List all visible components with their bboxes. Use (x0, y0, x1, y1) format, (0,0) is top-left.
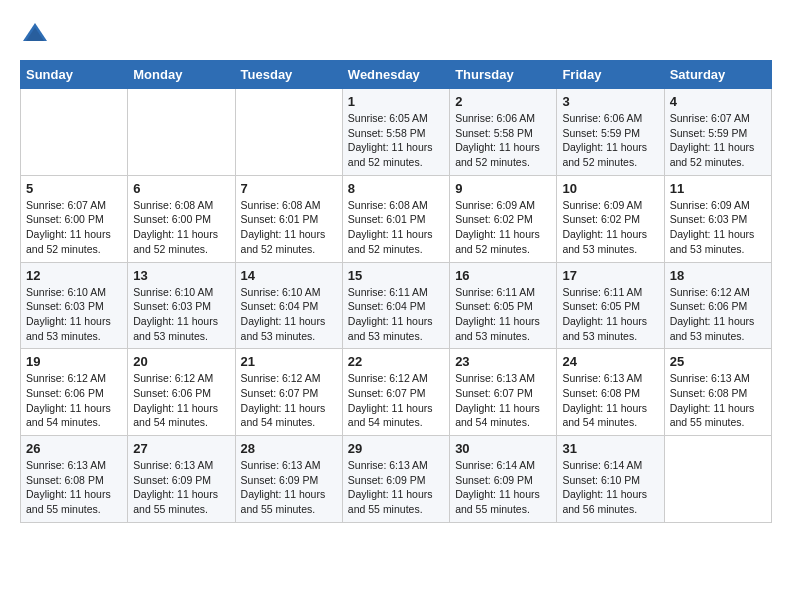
day-number: 19 (26, 354, 122, 369)
cell-info: Sunrise: 6:09 AM Sunset: 6:03 PM Dayligh… (670, 198, 766, 257)
cell-info: Sunrise: 6:12 AM Sunset: 6:06 PM Dayligh… (670, 285, 766, 344)
calendar-cell: 1Sunrise: 6:05 AM Sunset: 5:58 PM Daylig… (342, 89, 449, 176)
day-number: 28 (241, 441, 337, 456)
calendar-cell: 10Sunrise: 6:09 AM Sunset: 6:02 PM Dayli… (557, 175, 664, 262)
day-number: 15 (348, 268, 444, 283)
calendar-cell: 14Sunrise: 6:10 AM Sunset: 6:04 PM Dayli… (235, 262, 342, 349)
calendar-cell: 4Sunrise: 6:07 AM Sunset: 5:59 PM Daylig… (664, 89, 771, 176)
day-number: 21 (241, 354, 337, 369)
calendar-cell: 31Sunrise: 6:14 AM Sunset: 6:10 PM Dayli… (557, 436, 664, 523)
day-number: 29 (348, 441, 444, 456)
day-header-wednesday: Wednesday (342, 61, 449, 89)
day-number: 2 (455, 94, 551, 109)
cell-info: Sunrise: 6:13 AM Sunset: 6:08 PM Dayligh… (670, 371, 766, 430)
calendar-cell: 11Sunrise: 6:09 AM Sunset: 6:03 PM Dayli… (664, 175, 771, 262)
cell-info: Sunrise: 6:12 AM Sunset: 6:07 PM Dayligh… (348, 371, 444, 430)
logo-icon (20, 20, 50, 50)
calendar-cell: 12Sunrise: 6:10 AM Sunset: 6:03 PM Dayli… (21, 262, 128, 349)
calendar-cell: 22Sunrise: 6:12 AM Sunset: 6:07 PM Dayli… (342, 349, 449, 436)
cell-info: Sunrise: 6:09 AM Sunset: 6:02 PM Dayligh… (562, 198, 658, 257)
calendar-cell: 23Sunrise: 6:13 AM Sunset: 6:07 PM Dayli… (450, 349, 557, 436)
calendar-cell: 16Sunrise: 6:11 AM Sunset: 6:05 PM Dayli… (450, 262, 557, 349)
cell-info: Sunrise: 6:12 AM Sunset: 6:06 PM Dayligh… (133, 371, 229, 430)
cell-info: Sunrise: 6:10 AM Sunset: 6:03 PM Dayligh… (133, 285, 229, 344)
cell-info: Sunrise: 6:13 AM Sunset: 6:09 PM Dayligh… (133, 458, 229, 517)
day-number: 18 (670, 268, 766, 283)
day-number: 20 (133, 354, 229, 369)
day-header-sunday: Sunday (21, 61, 128, 89)
cell-info: Sunrise: 6:10 AM Sunset: 6:04 PM Dayligh… (241, 285, 337, 344)
cell-info: Sunrise: 6:13 AM Sunset: 6:08 PM Dayligh… (26, 458, 122, 517)
cell-info: Sunrise: 6:11 AM Sunset: 6:04 PM Dayligh… (348, 285, 444, 344)
day-number: 23 (455, 354, 551, 369)
calendar-cell: 30Sunrise: 6:14 AM Sunset: 6:09 PM Dayli… (450, 436, 557, 523)
calendar-cell: 7Sunrise: 6:08 AM Sunset: 6:01 PM Daylig… (235, 175, 342, 262)
calendar-cell: 8Sunrise: 6:08 AM Sunset: 6:01 PM Daylig… (342, 175, 449, 262)
day-number: 5 (26, 181, 122, 196)
calendar-cell: 18Sunrise: 6:12 AM Sunset: 6:06 PM Dayli… (664, 262, 771, 349)
day-number: 31 (562, 441, 658, 456)
cell-info: Sunrise: 6:05 AM Sunset: 5:58 PM Dayligh… (348, 111, 444, 170)
day-number: 26 (26, 441, 122, 456)
day-number: 1 (348, 94, 444, 109)
calendar-cell: 5Sunrise: 6:07 AM Sunset: 6:00 PM Daylig… (21, 175, 128, 262)
cell-info: Sunrise: 6:13 AM Sunset: 6:09 PM Dayligh… (241, 458, 337, 517)
cell-info: Sunrise: 6:06 AM Sunset: 5:59 PM Dayligh… (562, 111, 658, 170)
cell-info: Sunrise: 6:07 AM Sunset: 5:59 PM Dayligh… (670, 111, 766, 170)
day-header-saturday: Saturday (664, 61, 771, 89)
day-header-monday: Monday (128, 61, 235, 89)
day-number: 7 (241, 181, 337, 196)
logo (20, 20, 54, 50)
calendar-cell: 15Sunrise: 6:11 AM Sunset: 6:04 PM Dayli… (342, 262, 449, 349)
cell-info: Sunrise: 6:10 AM Sunset: 6:03 PM Dayligh… (26, 285, 122, 344)
day-number: 22 (348, 354, 444, 369)
calendar-cell (664, 436, 771, 523)
cell-info: Sunrise: 6:06 AM Sunset: 5:58 PM Dayligh… (455, 111, 551, 170)
calendar-cell (21, 89, 128, 176)
calendar-cell (128, 89, 235, 176)
cell-info: Sunrise: 6:13 AM Sunset: 6:07 PM Dayligh… (455, 371, 551, 430)
calendar-cell: 26Sunrise: 6:13 AM Sunset: 6:08 PM Dayli… (21, 436, 128, 523)
day-number: 17 (562, 268, 658, 283)
day-number: 4 (670, 94, 766, 109)
day-number: 11 (670, 181, 766, 196)
calendar-cell (235, 89, 342, 176)
cell-info: Sunrise: 6:08 AM Sunset: 6:01 PM Dayligh… (348, 198, 444, 257)
cell-info: Sunrise: 6:11 AM Sunset: 6:05 PM Dayligh… (562, 285, 658, 344)
calendar-table: SundayMondayTuesdayWednesdayThursdayFrid… (20, 60, 772, 523)
day-number: 16 (455, 268, 551, 283)
cell-info: Sunrise: 6:11 AM Sunset: 6:05 PM Dayligh… (455, 285, 551, 344)
cell-info: Sunrise: 6:12 AM Sunset: 6:07 PM Dayligh… (241, 371, 337, 430)
day-header-thursday: Thursday (450, 61, 557, 89)
day-number: 25 (670, 354, 766, 369)
cell-info: Sunrise: 6:14 AM Sunset: 6:10 PM Dayligh… (562, 458, 658, 517)
calendar-cell: 19Sunrise: 6:12 AM Sunset: 6:06 PM Dayli… (21, 349, 128, 436)
calendar-cell: 2Sunrise: 6:06 AM Sunset: 5:58 PM Daylig… (450, 89, 557, 176)
cell-info: Sunrise: 6:14 AM Sunset: 6:09 PM Dayligh… (455, 458, 551, 517)
calendar-cell: 28Sunrise: 6:13 AM Sunset: 6:09 PM Dayli… (235, 436, 342, 523)
day-number: 6 (133, 181, 229, 196)
cell-info: Sunrise: 6:12 AM Sunset: 6:06 PM Dayligh… (26, 371, 122, 430)
calendar-cell: 9Sunrise: 6:09 AM Sunset: 6:02 PM Daylig… (450, 175, 557, 262)
cell-info: Sunrise: 6:09 AM Sunset: 6:02 PM Dayligh… (455, 198, 551, 257)
cell-info: Sunrise: 6:13 AM Sunset: 6:08 PM Dayligh… (562, 371, 658, 430)
calendar-cell: 24Sunrise: 6:13 AM Sunset: 6:08 PM Dayli… (557, 349, 664, 436)
cell-info: Sunrise: 6:08 AM Sunset: 6:00 PM Dayligh… (133, 198, 229, 257)
day-number: 9 (455, 181, 551, 196)
day-number: 27 (133, 441, 229, 456)
calendar-cell: 3Sunrise: 6:06 AM Sunset: 5:59 PM Daylig… (557, 89, 664, 176)
day-number: 3 (562, 94, 658, 109)
calendar-cell: 20Sunrise: 6:12 AM Sunset: 6:06 PM Dayli… (128, 349, 235, 436)
calendar-cell: 27Sunrise: 6:13 AM Sunset: 6:09 PM Dayli… (128, 436, 235, 523)
day-number: 8 (348, 181, 444, 196)
calendar-cell: 29Sunrise: 6:13 AM Sunset: 6:09 PM Dayli… (342, 436, 449, 523)
day-number: 10 (562, 181, 658, 196)
cell-info: Sunrise: 6:13 AM Sunset: 6:09 PM Dayligh… (348, 458, 444, 517)
calendar-cell: 21Sunrise: 6:12 AM Sunset: 6:07 PM Dayli… (235, 349, 342, 436)
day-number: 24 (562, 354, 658, 369)
day-number: 12 (26, 268, 122, 283)
day-number: 13 (133, 268, 229, 283)
day-number: 14 (241, 268, 337, 283)
calendar-cell: 6Sunrise: 6:08 AM Sunset: 6:00 PM Daylig… (128, 175, 235, 262)
day-header-friday: Friday (557, 61, 664, 89)
